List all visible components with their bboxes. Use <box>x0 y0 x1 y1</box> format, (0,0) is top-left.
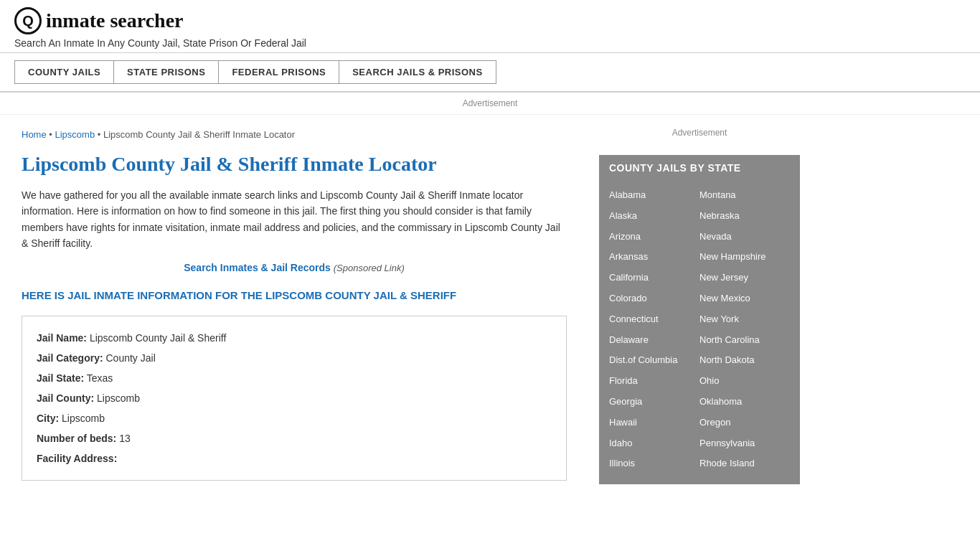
jail-beds-row: Number of beds: 13 <box>37 428 552 448</box>
content-area: Home • Lipscomb • Lipscomb County Jail &… <box>0 115 588 495</box>
jail-name-row: Jail Name: Lipscomb County Jail & Sherif… <box>37 328 552 348</box>
state-rhode-island[interactable]: Rhode Island <box>699 453 790 474</box>
jail-county-row: Jail County: Lipscomb <box>37 388 552 408</box>
state-col-right: Montana Nebraska Nevada New Hampshire Ne… <box>699 185 790 474</box>
state-connecticut[interactable]: Connecticut <box>609 309 699 330</box>
state-box: COUNTY JAILS BY STATE Alabama Alaska Ari… <box>599 155 800 484</box>
state-california[interactable]: California <box>609 268 699 288</box>
state-alaska[interactable]: Alaska <box>609 206 699 227</box>
state-oregon[interactable]: Oregon <box>699 413 790 433</box>
jail-category-label: Jail Category: <box>37 352 103 364</box>
state-nebraska[interactable]: Nebraska <box>699 206 790 227</box>
breadcrumb: Home • Lipscomb • Lipscomb County Jail &… <box>22 129 567 140</box>
state-grid: Alabama Alaska Arizona Arkansas Californ… <box>599 181 800 484</box>
state-box-title: COUNTY JAILS BY STATE <box>599 155 800 181</box>
breadcrumb-current: Lipscomb County Jail & Sheriff Inmate Lo… <box>103 129 295 140</box>
state-new-york[interactable]: New York <box>699 309 790 330</box>
jail-name-value: Lipscomb County Jail & Sheriff <box>90 332 226 344</box>
page-description: We have gathered for you all the availab… <box>22 187 567 252</box>
breadcrumb-parent[interactable]: Lipscomb <box>55 129 95 140</box>
nav-search-jails[interactable]: SEARCH JAILS & PRISONS <box>339 60 496 84</box>
breadcrumb-home[interactable]: Home <box>22 129 47 140</box>
jail-county-value: Lipscomb <box>97 392 140 404</box>
state-new-hampshire[interactable]: New Hampshire <box>699 247 790 268</box>
state-new-jersey[interactable]: New Jersey <box>699 268 790 288</box>
nav-county-jails[interactable]: COUNTY JAILS <box>14 60 114 84</box>
state-new-mexico[interactable]: New Mexico <box>699 288 790 309</box>
state-alabama[interactable]: Alabama <box>609 185 699 206</box>
state-florida[interactable]: Florida <box>609 371 699 392</box>
nav-state-prisons[interactable]: STATE PRISONS <box>114 60 219 84</box>
jail-address-label: Facility Address: <box>37 453 117 464</box>
info-box: Jail Name: Lipscomb County Jail & Sherif… <box>22 316 567 481</box>
jail-beds-value: 13 <box>119 433 131 444</box>
jail-address-row: Facility Address: <box>37 448 552 468</box>
sponsored-label: (Sponsored Link) <box>334 263 405 273</box>
state-colorado[interactable]: Colorado <box>609 288 699 309</box>
jail-state-row: Jail State: Texas <box>37 368 552 388</box>
state-georgia[interactable]: Georgia <box>609 392 699 413</box>
state-delaware[interactable]: Delaware <box>609 330 699 351</box>
state-montana[interactable]: Montana <box>699 185 790 206</box>
state-north-carolina[interactable]: North Carolina <box>699 330 790 351</box>
state-nevada[interactable]: Nevada <box>699 227 790 248</box>
state-pennsylvania[interactable]: Pennsylvania <box>699 433 790 454</box>
state-north-dakota[interactable]: North Dakota <box>699 350 790 371</box>
logo-icon: Q <box>14 7 42 34</box>
jail-category-value: County Jail <box>105 352 155 364</box>
section-heading: HERE IS JAIL INMATE INFORMATION FOR THE … <box>22 288 567 303</box>
state-ohio[interactable]: Ohio <box>699 371 790 392</box>
jail-county-label: Jail County: <box>37 392 94 404</box>
jail-city-label: City: <box>37 413 59 424</box>
state-oklahoma[interactable]: Oklahoma <box>699 392 790 413</box>
logo-text: inmate searcher <box>46 9 184 32</box>
search-link-area: Search Inmates & Jail Records (Sponsored… <box>22 262 567 273</box>
jail-category-row: Jail Category: County Jail <box>37 348 552 368</box>
state-arkansas[interactable]: Arkansas <box>609 247 699 268</box>
state-arizona[interactable]: Arizona <box>609 227 699 248</box>
state-dc[interactable]: Dist.of Columbia <box>609 350 699 371</box>
header: Q inmate searcher Search An Inmate In An… <box>0 0 980 53</box>
ad-banner-top: Advertisement <box>0 93 980 115</box>
state-idaho[interactable]: Idaho <box>609 433 699 454</box>
sidebar-ad-banner: Advertisement <box>599 122 800 143</box>
jail-beds-label: Number of beds: <box>37 433 116 444</box>
jail-city-value: Lipscomb <box>62 413 105 424</box>
sidebar: Advertisement COUNTY JAILS BY STATE Alab… <box>588 115 811 495</box>
jail-state-value: Texas <box>87 372 113 384</box>
jail-name-label: Jail Name: <box>37 332 87 344</box>
jail-city-row: City: Lipscomb <box>37 408 552 428</box>
state-hawaii[interactable]: Hawaii <box>609 413 699 433</box>
search-inmates-link[interactable]: Search Inmates & Jail Records <box>184 262 331 273</box>
main-layout: Home • Lipscomb • Lipscomb County Jail &… <box>0 115 980 495</box>
nav-federal-prisons[interactable]: FEDERAL PRISONS <box>219 60 339 84</box>
page-title: Lipscomb County Jail & Sheriff Inmate Lo… <box>22 153 567 176</box>
nav: COUNTY JAILS STATE PRISONS FEDERAL PRISO… <box>0 53 980 93</box>
state-col-left: Alabama Alaska Arizona Arkansas Californ… <box>609 185 699 474</box>
logo-area: Q inmate searcher <box>14 7 966 34</box>
jail-state-label: Jail State: <box>37 372 84 384</box>
tagline: Search An Inmate In Any County Jail, Sta… <box>14 37 966 49</box>
state-illinois[interactable]: Illinois <box>609 453 699 474</box>
